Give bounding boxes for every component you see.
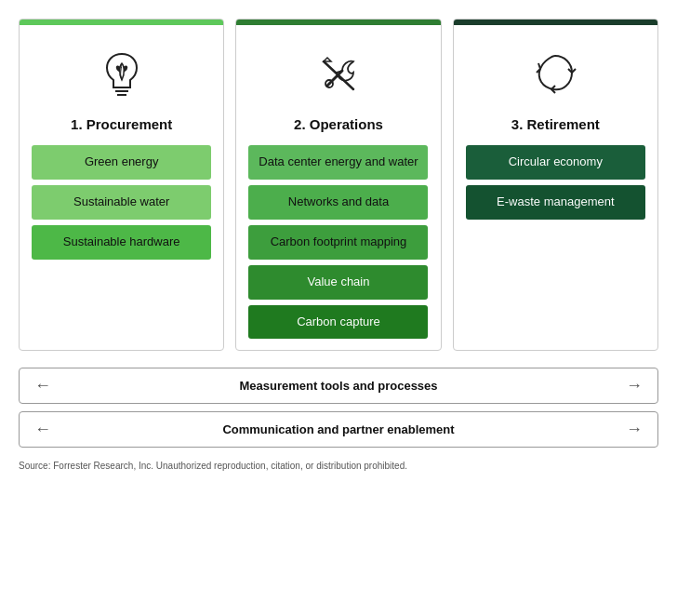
communication-bar: ← Communication and partner enablement →: [19, 411, 658, 448]
list-item: Sustainable hardware: [32, 225, 211, 260]
bulb-icon: [89, 42, 154, 107]
list-item: Data center energy and water: [248, 145, 428, 180]
arrow-left-icon: ←: [34, 420, 51, 439]
column-retirement: 3. Retirement Circular economy E-waste m…: [453, 19, 658, 351]
procurement-title: 1. Procurement: [71, 116, 172, 132]
communication-label: Communication and partner enablement: [51, 422, 626, 436]
procurement-items: Green energy Sustainable water Sustainab…: [32, 145, 211, 260]
arrow-right-icon: →: [626, 420, 643, 439]
column-procurement: 1. Procurement Green energy Sustainable …: [19, 19, 224, 351]
column-header-operations: [236, 20, 440, 25]
list-item: Carbon capture: [248, 305, 428, 340]
operations-items: Data center energy and water Networks an…: [248, 145, 428, 339]
column-header-retirement: [454, 20, 657, 25]
column-header-procurement: [20, 20, 223, 25]
list-item: Networks and data: [248, 185, 428, 220]
list-item: E-waste management: [466, 185, 645, 220]
list-item: Green energy: [32, 145, 211, 180]
arrow-right-icon: →: [626, 376, 643, 395]
list-item: Carbon footprint mapping: [248, 225, 428, 260]
tools-icon: [306, 42, 371, 107]
column-operations: 2. Operations Data center energy and wat…: [235, 19, 441, 351]
recycle-icon: [523, 42, 588, 107]
retirement-items: Circular economy E-waste management: [466, 145, 645, 220]
list-item: Value chain: [248, 265, 428, 300]
main-diagram: 1. Procurement Green energy Sustainable …: [19, 19, 658, 351]
measurement-bar: ← Measurement tools and processes →: [19, 368, 658, 404]
operations-title: 2. Operations: [294, 116, 383, 132]
list-item: Circular economy: [466, 145, 645, 180]
list-item: Sustainable water: [32, 185, 211, 220]
source-citation: Source: Forrester Research, Inc. Unautho…: [19, 461, 658, 471]
bottom-bars: ← Measurement tools and processes → ← Co…: [19, 368, 658, 448]
retirement-title: 3. Retirement: [511, 116, 600, 132]
measurement-label: Measurement tools and processes: [51, 379, 626, 393]
arrow-left-icon: ←: [34, 376, 51, 395]
